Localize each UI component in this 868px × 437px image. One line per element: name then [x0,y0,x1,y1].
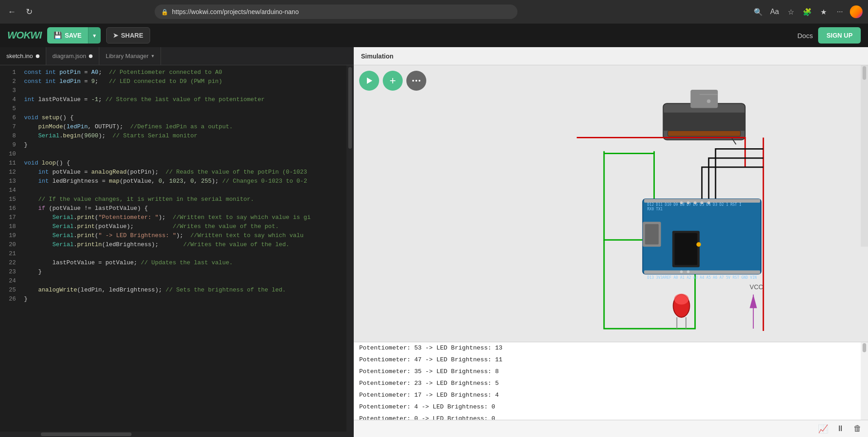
tabs-bar: sketch.ino diagram.json Library Manager … [0,47,354,65]
reader-button[interactable]: Aa [768,5,781,18]
code-panel: sketch.ino diagram.json Library Manager … [0,47,354,437]
svg-point-3 [419,80,420,82]
tab-diagram-dirty [89,54,93,58]
code-line-11: void loop() { [20,159,354,168]
address-bar[interactable]: 🔒 https://wokwi.com/projects/new/arduino… [155,5,517,19]
save-label: SAVE [65,32,82,39]
circuit-scrollbar[interactable] [861,65,868,247]
svg-point-35 [694,201,697,204]
serial-output-lines: Potentiometer: 53 -> LED Brightness: 13P… [354,342,868,425]
tab-sketch-label: sketch.ino [6,53,33,59]
code-line-12: int potValue = analogRead(potPin); // Re… [20,168,354,177]
serial-toolbar: 📈 ⏸ 🗑 [354,420,868,437]
svg-point-39 [687,271,690,273]
serial-line: Potentiometer: 53 -> LED Brightness: 13 [354,342,868,354]
code-line-4: int lastPotValue = -1; // Stores the las… [20,95,354,104]
code-line-8: Serial.begin(9600); // Starts Serial mon… [20,131,354,141]
clear-button[interactable]: 🗑 [851,422,864,436]
tab-library-dropdown-icon: ▾ [151,53,154,59]
line-numbers: 12345 678910 1112131415 1617181920 21222… [0,65,20,432]
code-editor[interactable]: 12345 678910 1112131415 1617181920 21222… [0,65,354,432]
svg-point-32 [697,242,701,247]
svg-rect-10 [668,131,741,136]
svg-point-14 [674,294,688,305]
share-icon: ➤ [113,32,118,39]
simulation-toolbar: + [359,71,426,91]
app-header: WOKWI 💾 SAVE ▾ ➤ SHARE Docs SIGN UP [0,24,868,47]
svg-marker-0 [367,78,372,84]
more-button[interactable]: ··· [834,5,846,18]
save-dropdown-button[interactable]: ▾ [88,27,101,44]
code-line-18: Serial.print(potValue); //Writes the val… [20,222,354,231]
tab-sketch-ino[interactable]: sketch.ino [0,47,46,65]
tab-sketch-dirty [36,54,39,58]
svg-point-9 [707,99,711,103]
browser-chrome: ← ↻ 🔒 https://wokwi.com/projects/new/ard… [0,0,868,24]
search-button[interactable]: 🔍 [752,5,765,18]
code-line-21 [20,249,354,258]
code-line-19: Serial.print(" -> LED Brightness: "); //… [20,231,354,240]
browser-actions: 🔍 Aa ☆ 🧩 ★ ··· [752,5,863,18]
simulation-title: Simulation [361,53,394,60]
code-line-20: Serial.println(ledBrightness); //Writes … [20,240,354,249]
circuit-diagram: VCC D12 D11 D10 D9 D8 D7 D6 D5 D4 D3 D2 … [354,65,868,342]
svg-text:RX0 TX1: RX0 TX1 [647,207,663,211]
svg-rect-7 [691,90,718,108]
signup-button[interactable]: SIGN UP [818,27,861,44]
bookmark-button[interactable]: ☆ [785,5,797,18]
code-line-14 [20,186,354,195]
code-scrollbar-thumb-h [41,432,132,436]
code-line-17: Serial.print("Potentiometer: "); //Writt… [20,213,354,222]
code-line-22: lastPotValue = potValue; // Updates the … [20,258,354,267]
back-button[interactable]: ← [5,5,18,18]
tab-diagram-json[interactable]: diagram.json [46,47,99,65]
code-line-13: int ledBrightness = map(potValue, 0, 102… [20,177,354,186]
svg-point-37 [707,201,710,204]
save-icon: 💾 [54,31,62,39]
play-button[interactable] [359,71,379,91]
code-line-2: const int ledPin = 9; // LED connected t… [20,77,354,86]
pause-button[interactable]: ⏸ [834,422,847,436]
refresh-button[interactable]: ↻ [23,5,35,18]
svg-point-34 [687,201,690,204]
code-line-16: if (potValue != lastPotValue) { [20,204,354,213]
save-button[interactable]: 💾 SAVE [47,27,88,44]
code-line-23: } [20,267,354,277]
serial-scrollbar-vertical[interactable] [861,342,868,420]
svg-point-38 [680,271,683,273]
serial-line: Potentiometer: 23 -> LED Brightness: 5 [354,378,868,389]
tab-library-manager[interactable]: Library Manager ▾ [99,47,161,65]
browser-logo [850,5,863,18]
code-line-3 [20,86,354,95]
main-content: sketch.ino diagram.json Library Manager … [0,47,868,437]
serial-line: Potentiometer: 47 -> LED Brightness: 11 [354,354,868,366]
url-text: https://wokwi.com/projects/new/arduino-n… [172,8,298,15]
simulation-body: + [354,65,868,342]
extensions-button[interactable]: 🧩 [801,5,814,18]
svg-text:VCC: VCC [750,283,763,291]
tab-diagram-label: diagram.json [53,53,86,59]
svg-point-1 [412,80,414,82]
docs-link[interactable]: Docs [797,32,813,39]
svg-rect-31 [674,233,697,265]
wokwi-logo: WOKWI [7,29,42,41]
circuit-scrollbar-thumb [863,66,866,80]
svg-rect-26 [644,271,760,274]
tab-library-label: Library Manager [106,53,149,59]
chart-button[interactable]: 📈 [816,422,830,436]
code-scrollbar-thumb [348,67,352,149]
add-component-button[interactable]: + [383,71,403,91]
favorites-button[interactable]: ★ [817,5,830,18]
serial-output: Potentiometer: 53 -> LED Brightness: 13P… [354,342,868,437]
share-button[interactable]: ➤ SHARE [106,27,150,44]
svg-rect-6 [663,112,745,131]
more-options-button[interactable] [406,71,426,91]
svg-rect-4 [354,76,868,331]
simulation-header: Simulation [354,47,868,65]
code-scrollbar-horizontal[interactable] [0,432,354,437]
code-line-15: // If the value changes, it is written i… [20,195,354,204]
code-line-10 [20,150,354,159]
lock-icon: 🔒 [161,9,168,15]
code-scrollbar-vertical[interactable] [346,65,354,432]
code-line-6: void setup() { [20,113,354,122]
